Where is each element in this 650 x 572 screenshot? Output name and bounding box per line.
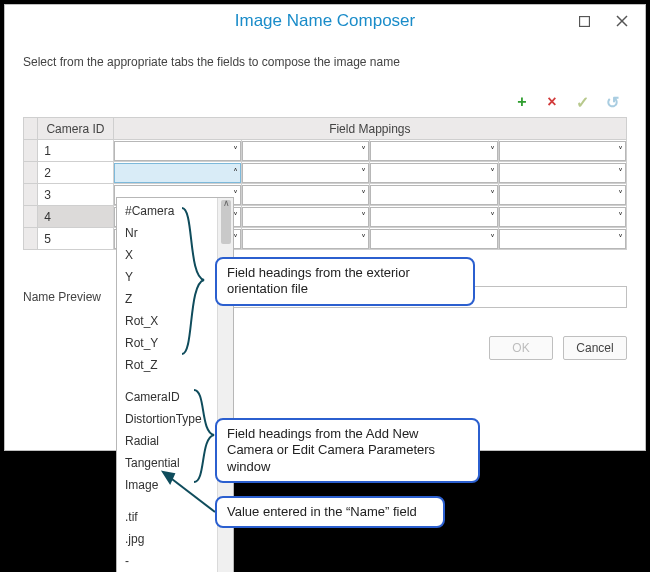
field-mapping-dropdown[interactable]: ˅ xyxy=(499,141,626,161)
camera-id-cell[interactable]: 5 xyxy=(38,228,113,250)
add-row-icon[interactable]: + xyxy=(513,93,531,111)
svg-marker-4 xyxy=(163,472,174,483)
row-handle[interactable] xyxy=(24,140,38,162)
chevron-down-icon: ˅ xyxy=(618,233,623,244)
camera-id-cell[interactable]: 1 xyxy=(38,140,113,162)
chevron-down-icon: ˅ xyxy=(490,211,495,222)
field-mapping-dropdown[interactable]: ˅ xyxy=(370,229,497,249)
close-icon[interactable] xyxy=(603,6,641,36)
row-handle[interactable] xyxy=(24,206,38,228)
arrow-to-image xyxy=(160,470,220,520)
field-mapping-dropdown[interactable]: ˅ xyxy=(499,207,626,227)
field-mapping-dropdown[interactable]: ˅ xyxy=(242,229,369,249)
mapping-grid: Camera ID Field Mappings 1˅˅˅˅2˄˅˅˅3˅˅˅˅… xyxy=(23,117,627,250)
table-row: 1˅˅˅˅ xyxy=(24,140,627,162)
callout-exterior-orientation: Field headings from the exterior orienta… xyxy=(215,257,475,306)
chevron-down-icon: ˅ xyxy=(361,189,366,200)
camera-id-cell[interactable]: 3 xyxy=(38,184,113,206)
field-mapping-dropdown[interactable]: ˅ xyxy=(499,185,626,205)
field-mapping-dropdown[interactable]: ˄ xyxy=(114,163,241,183)
maximize-icon[interactable] xyxy=(565,6,603,36)
field-mapping-dropdown[interactable]: ˅ xyxy=(499,163,626,183)
field-mapping-dropdown[interactable]: ˅ xyxy=(242,207,369,227)
window-controls xyxy=(565,6,641,36)
chevron-down-icon: ˅ xyxy=(361,145,366,156)
field-mapping-dropdown[interactable]: ˅ xyxy=(242,185,369,205)
titlebar: Image Name Composer xyxy=(5,5,645,37)
chevron-down-icon: ˅ xyxy=(490,145,495,156)
field-mapping-dropdown[interactable]: ˅ xyxy=(242,141,369,161)
field-mapping-dropdown[interactable]: ˅ xyxy=(370,207,497,227)
field-mapping-dropdown[interactable]: ˅ xyxy=(114,141,241,161)
field-mapping-dropdown[interactable]: ˅ xyxy=(370,163,497,183)
cancel-button[interactable]: Cancel xyxy=(563,336,627,360)
table-row: 4˅˅˅˅ xyxy=(24,206,627,228)
row-handle-header xyxy=(24,118,38,140)
chevron-down-icon: ˅ xyxy=(490,167,495,178)
dialog-buttons: OK Cancel xyxy=(23,336,627,360)
ok-button[interactable]: OK xyxy=(489,336,553,360)
remove-row-icon[interactable]: × xyxy=(543,93,561,111)
field-mapping-dropdown[interactable]: ˅ xyxy=(499,229,626,249)
row-handle[interactable] xyxy=(24,228,38,250)
chevron-down-icon: ˅ xyxy=(361,233,366,244)
dropdown-item[interactable]: - xyxy=(117,550,217,572)
camera-id-header: Camera ID xyxy=(38,118,113,140)
dialog-content: Select from the appropriate tabs the fie… xyxy=(5,37,645,372)
field-mapping-dropdown[interactable]: ˅ xyxy=(370,141,497,161)
table-row: 2˄˅˅˅ xyxy=(24,162,627,184)
dropdown-item[interactable]: .jpg xyxy=(117,528,217,550)
dropdown-item[interactable]: Rot_Z xyxy=(117,354,217,376)
row-handle[interactable] xyxy=(24,162,38,184)
chevron-down-icon: ˅ xyxy=(361,167,366,178)
svg-rect-0 xyxy=(579,16,589,26)
brace-group1 xyxy=(176,206,212,356)
row-handle[interactable] xyxy=(24,184,38,206)
instruction-text: Select from the appropriate tabs the fie… xyxy=(23,55,627,69)
field-mapping-dropdown[interactable]: ˅ xyxy=(242,163,369,183)
chevron-down-icon: ˅ xyxy=(618,189,623,200)
field-mappings-header: Field Mappings xyxy=(113,118,626,140)
camera-id-cell[interactable]: 2 xyxy=(38,162,113,184)
camera-id-cell[interactable]: 4 xyxy=(38,206,113,228)
callout-name-field: Value entered in the “Name” field xyxy=(215,496,445,528)
chevron-down-icon: ˄ xyxy=(233,167,238,178)
field-mapping-dropdown[interactable]: ˅ xyxy=(370,185,497,205)
chevron-down-icon: ˅ xyxy=(618,211,623,222)
name-preview-label: Name Preview xyxy=(23,290,117,304)
chevron-down-icon: ˅ xyxy=(490,233,495,244)
chevron-down-icon: ˅ xyxy=(618,145,623,156)
chevron-down-icon: ˅ xyxy=(361,211,366,222)
chevron-down-icon: ˅ xyxy=(618,167,623,178)
chevron-down-icon: ˅ xyxy=(233,145,238,156)
scroll-up-icon[interactable]: ∧ xyxy=(221,198,231,208)
table-row: 3˅˅˅˅ xyxy=(24,184,627,206)
dialog-window: Image Name Composer Select from the appr… xyxy=(4,4,646,451)
table-row: 5˅˅˅˅ xyxy=(24,228,627,250)
svg-line-3 xyxy=(168,476,215,512)
window-title: Image Name Composer xyxy=(85,11,565,31)
chevron-down-icon: ˅ xyxy=(490,189,495,200)
grid-toolbar: + × ✓ ↺ xyxy=(23,93,627,111)
confirm-icon[interactable]: ✓ xyxy=(573,93,591,111)
callout-camera-parameters: Field headings from the Add New Camera o… xyxy=(215,418,480,483)
undo-icon[interactable]: ↺ xyxy=(603,93,621,111)
